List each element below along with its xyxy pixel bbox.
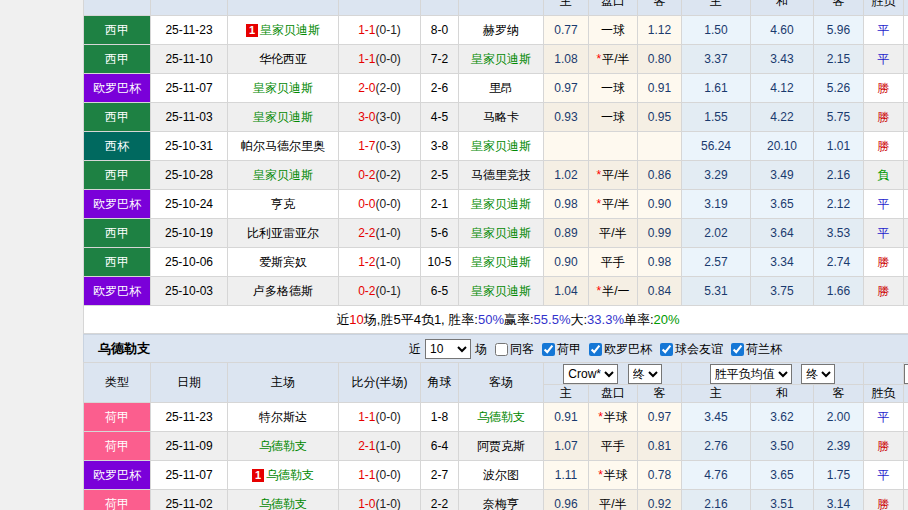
home-team[interactable]: 1皇家贝迪斯	[228, 16, 339, 45]
match-result: 平	[864, 190, 904, 219]
match-row: 西甲25-10-06爱斯宾奴1-2(1-0)10-5皇家贝迪斯0.90平手0.9…	[84, 248, 908, 277]
ah-home-odds: 0.97	[544, 74, 589, 103]
home-team[interactable]: 1乌德勒支	[228, 461, 339, 490]
euro-away-odds: 2.00	[814, 403, 864, 432]
away-team[interactable]: 马略卡	[459, 103, 544, 132]
league-filter-label: 球会友谊	[675, 342, 723, 356]
home-team[interactable]: 皇家贝迪斯	[228, 161, 339, 190]
home-team-name: 比利亚雷亚尔	[247, 226, 319, 240]
euro-avg-select[interactable]: 胜平负均值	[710, 364, 792, 384]
euro-away-odds: 2.16	[814, 161, 864, 190]
away-team[interactable]: 皇家贝迪斯	[459, 190, 544, 219]
home-team[interactable]: 爱斯宾奴	[228, 248, 339, 277]
ah-away-odds: 0.92	[638, 490, 682, 510]
star-marker: *	[598, 468, 603, 482]
away-team[interactable]: 皇家贝迪斯	[459, 248, 544, 277]
fulltime-score: 0-0	[358, 197, 375, 211]
halftime-score: (1-0)	[376, 226, 401, 240]
home-team-name: 皇家贝迪斯	[253, 110, 313, 124]
fulltime-score: 1-1	[358, 468, 375, 482]
home-team[interactable]: 卢多格德斯	[228, 277, 339, 306]
header-extra	[904, 0, 908, 16]
away-team[interactable]: 阿贾克斯	[459, 432, 544, 461]
same-away-checkbox[interactable]	[495, 343, 508, 356]
euro-away-odds: 2.15	[814, 45, 864, 74]
league-filter-checkbox-2[interactable]	[660, 343, 673, 356]
match-result: 平	[864, 16, 904, 45]
euro-draw-odds: 3.64	[751, 219, 814, 248]
bookmaker-select[interactable]: Crow*	[563, 364, 618, 384]
euro-final-select[interactable]: 终	[801, 364, 835, 384]
ah-away-odds: 0.91	[638, 74, 682, 103]
euro-home-odds: 5.31	[682, 277, 751, 306]
halftime-score: (0-0)	[376, 52, 401, 66]
euro-draw-odds: 3.75	[751, 277, 814, 306]
euro-away-odds: 5.96	[814, 16, 864, 45]
match-row: 西甲25-10-19比利亚雷亚尔2-2(1-0)5-6皇家贝迪斯0.89平/半0…	[84, 219, 908, 248]
match-row: 西甲25-11-231皇家贝迪斯1-1(0-1)8-0赫罗纳0.77一球1.12…	[84, 16, 908, 45]
euro-away-odds: 5.26	[814, 74, 864, 103]
match-result: 勝	[864, 248, 904, 277]
row-extra	[904, 219, 908, 248]
result-text: 平	[878, 468, 890, 482]
clipped-select[interactable]: 全	[904, 364, 908, 384]
rank-badge: 1	[246, 24, 258, 37]
result-text: 平	[878, 410, 890, 424]
halftime-score: (0-0)	[376, 468, 401, 482]
league-badge: 西甲	[84, 219, 151, 248]
home-team[interactable]: 比利亚雷亚尔	[228, 219, 339, 248]
col-header-away: 客场	[459, 363, 544, 403]
corners: 8-0	[421, 16, 459, 45]
home-team[interactable]: 皇家贝迪斯	[228, 74, 339, 103]
summary-part: 近	[336, 311, 349, 329]
score-cell: 2-1(1-0)	[339, 432, 421, 461]
home-team[interactable]: 亨克	[228, 190, 339, 219]
ah-away-odds: 0.81	[638, 432, 682, 461]
home-team[interactable]: 乌德勒支	[228, 490, 339, 510]
summary-part: 20%	[654, 312, 680, 327]
home-team[interactable]: 皇家贝迪斯	[228, 103, 339, 132]
summary-part: 场,胜5平4负1, 胜率:	[364, 311, 478, 329]
home-team-name: 乌德勒支	[266, 468, 314, 482]
home-team-name: 华伦西亚	[259, 52, 307, 66]
away-team[interactable]: 皇家贝迪斯	[459, 219, 544, 248]
away-team[interactable]: 里昂	[459, 74, 544, 103]
match-result: 勝	[864, 132, 904, 161]
away-team[interactable]: 乌德勒支	[459, 403, 544, 432]
away-team[interactable]: 奈梅亨	[459, 490, 544, 510]
away-team[interactable]: 马德里竞技	[459, 161, 544, 190]
home-team-name: 皇家贝迪斯	[253, 168, 313, 182]
match-row: 西甲25-10-28皇家贝迪斯0-2(0-2)2-5马德里竞技1.02*平/半0…	[84, 161, 908, 190]
match-date: 25-10-24	[151, 190, 228, 219]
league-filter-checkbox-1[interactable]	[589, 343, 602, 356]
home-team[interactable]: 华伦西亚	[228, 45, 339, 74]
match-result: 勝	[864, 490, 904, 510]
home-team[interactable]: 帕尔马德尔里奥	[228, 132, 339, 161]
result-text: 勝	[878, 497, 890, 510]
away-team[interactable]: 皇家贝迪斯	[459, 277, 544, 306]
away-team[interactable]: 赫罗纳	[459, 16, 544, 45]
match-result: 勝	[864, 432, 904, 461]
corners: 7-2	[421, 45, 459, 74]
away-team[interactable]: 皇家贝迪斯	[459, 132, 544, 161]
away-team[interactable]: 皇家贝迪斯	[459, 45, 544, 74]
euro-draw-odds: 3.65	[751, 190, 814, 219]
games-label: 场	[475, 341, 487, 358]
recent-count-select[interactable]: 10	[425, 339, 471, 359]
match-result: 平	[864, 219, 904, 248]
ah-away-odds	[638, 132, 682, 161]
halftime-score: (3-0)	[376, 110, 401, 124]
row-extra	[904, 132, 908, 161]
euro-home-odds: 4.76	[682, 461, 751, 490]
home-team[interactable]: 特尔斯达	[228, 403, 339, 432]
euro-home-odds: 2.02	[682, 219, 751, 248]
ah-home-odds: 0.91	[544, 403, 589, 432]
match-result: 勝	[864, 74, 904, 103]
home-team[interactable]: 乌德勒支	[228, 432, 339, 461]
league-filter-checkbox-0[interactable]	[542, 343, 555, 356]
row-extra	[904, 190, 908, 219]
ah-final-select[interactable]: 终	[628, 364, 662, 384]
league-filter-checkbox-3[interactable]	[731, 343, 744, 356]
away-team[interactable]: 波尔图	[459, 461, 544, 490]
halftime-score: (0-1)	[376, 284, 401, 298]
